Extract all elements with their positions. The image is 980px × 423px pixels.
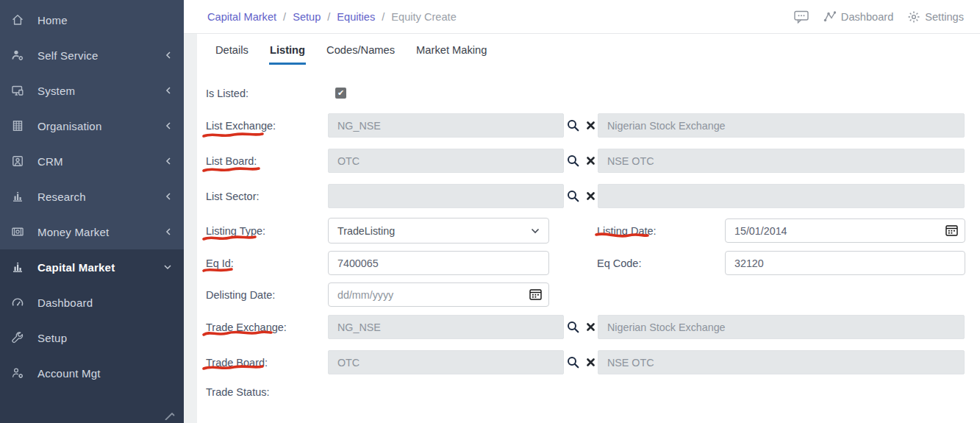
- listing-type-label: Listing Type:: [206, 225, 328, 237]
- dashboard-action-label: Dashboard: [841, 11, 893, 23]
- sidebar-item-money-market[interactable]: Money Market: [0, 214, 184, 249]
- chevron-left-icon: [165, 157, 172, 166]
- top-bar: Capital Market / Setup / Equities / Equi…: [184, 0, 980, 34]
- sidebar-item-label: Capital Market: [37, 261, 115, 274]
- search-icon[interactable]: [567, 119, 579, 132]
- search-icon[interactable]: [567, 321, 579, 333]
- main-area: Capital Market / Setup / Equities / Equi…: [184, 0, 980, 423]
- tab-market-making[interactable]: Market Making: [415, 44, 487, 65]
- breadcrumb-setup[interactable]: Setup: [293, 11, 321, 23]
- is-listed-label: Is Listed:: [206, 88, 328, 99]
- row-listing-type-date: Listing Type: TradeListing Listing Date:: [206, 218, 965, 243]
- breadcrumb-current-page: Equity Create: [391, 11, 456, 23]
- sidebar-item-home[interactable]: Home: [0, 2, 184, 38]
- clear-x-icon[interactable]: [587, 192, 595, 200]
- bar-chart-icon: [10, 189, 25, 204]
- app-window: Home Self Service System Organisat: [0, 0, 980, 423]
- is-listed-checkbox[interactable]: ✔: [335, 88, 346, 99]
- sidebar-item-label: System: [37, 85, 75, 97]
- chevron-left-icon: [165, 192, 172, 201]
- trade-exchange-code-input[interactable]: [328, 315, 564, 339]
- eq-code-label: Eq Code:: [597, 257, 725, 269]
- sidebar-item-capital-market[interactable]: Capital Market: [0, 249, 184, 285]
- row-trade-exchange: Trade Exchange:: [206, 315, 965, 339]
- sidebar-item-system[interactable]: System: [0, 73, 184, 108]
- clear-x-icon[interactable]: [587, 121, 595, 129]
- list-sector-code-input[interactable]: [328, 184, 564, 208]
- list-exchange-name-input[interactable]: [598, 113, 965, 138]
- delisting-date-label: Delisting Date:: [206, 289, 328, 301]
- sidebar-item-account-mgt[interactable]: Account Mgt: [0, 355, 184, 391]
- list-sector-name-input[interactable]: [598, 184, 965, 208]
- dashboard-button[interactable]: Dashboard: [823, 10, 893, 23]
- trade-exchange-label: Trade Exchange:: [206, 321, 328, 333]
- trade-exchange-name-input[interactable]: [598, 315, 965, 339]
- listing-type-select[interactable]: TradeListing: [328, 218, 549, 244]
- calendar-icon[interactable]: [945, 224, 958, 236]
- list-exchange-code-input[interactable]: [328, 113, 564, 138]
- sidebar-item-label: Money Market: [37, 226, 109, 238]
- banknote-icon: [10, 224, 25, 239]
- sidebar: Home Self Service System Organisat: [0, 0, 184, 423]
- settings-button[interactable]: Settings: [907, 10, 964, 24]
- gear-icon: [907, 10, 920, 24]
- breadcrumb-equities[interactable]: Equities: [337, 11, 375, 23]
- search-icon[interactable]: [567, 356, 579, 369]
- breadcrumb: Capital Market / Setup / Equities / Equi…: [207, 11, 457, 23]
- list-board-name-input[interactable]: [598, 149, 965, 173]
- tab-details[interactable]: Details: [215, 44, 249, 65]
- row-eq-id-code: Eq Id: Eq Code:: [206, 251, 965, 275]
- chevron-down-icon: [163, 263, 172, 271]
- breadcrumb-separator: /: [283, 11, 286, 23]
- eq-id-input[interactable]: [328, 251, 549, 275]
- sidebar-item-organisation[interactable]: Organisation: [0, 108, 184, 143]
- comments-button[interactable]: [794, 10, 809, 24]
- search-icon[interactable]: [567, 154, 579, 167]
- listing-date-input[interactable]: [725, 218, 965, 243]
- trade-board-name-input[interactable]: [598, 350, 965, 374]
- content-area: Details Listing Codes/Names Market Makin…: [184, 34, 980, 423]
- list-board-code-input[interactable]: [328, 149, 564, 173]
- building-icon: [10, 118, 25, 133]
- clear-x-icon[interactable]: [587, 323, 595, 331]
- trade-board-code-input[interactable]: [328, 350, 564, 374]
- sidebar-item-label: Self Service: [37, 49, 98, 62]
- listing-date-label: Listing Date:: [597, 225, 725, 237]
- eq-code-input[interactable]: [725, 251, 965, 275]
- chevron-left-icon: [165, 121, 172, 130]
- tab-listing[interactable]: Listing: [269, 44, 306, 65]
- search-icon[interactable]: [567, 190, 579, 202]
- eq-id-label: Eq Id:: [206, 257, 328, 269]
- node-graph-icon: [823, 10, 837, 23]
- clear-x-icon[interactable]: [587, 157, 595, 165]
- trade-board-label: Trade Board:: [206, 357, 328, 369]
- person-badge-icon: [10, 154, 25, 168]
- row-list-board: List Board:: [206, 149, 965, 173]
- sidebar-item-setup[interactable]: Setup: [0, 320, 184, 355]
- chevron-left-icon: [165, 227, 172, 236]
- list-exchange-label: List Exchange:: [206, 120, 328, 132]
- home-icon: [10, 13, 25, 27]
- breadcrumb-separator: /: [327, 11, 330, 23]
- sidebar-item-label: Dashboard: [37, 296, 93, 309]
- sidebar-item-label: Account Mgt: [37, 367, 101, 380]
- sidebar-item-label: Home: [37, 14, 68, 26]
- row-trade-status: Trade Status:: [206, 380, 328, 404]
- delisting-date-input[interactable]: [328, 282, 549, 307]
- tab-codes-names[interactable]: Codes/Names: [326, 44, 396, 65]
- tab-bar: Details Listing Codes/Names Market Makin…: [215, 44, 487, 65]
- comment-icon: [794, 10, 809, 24]
- capital-market-group: Capital Market Dashboard Setup: [0, 249, 184, 423]
- sidebar-item-label: Research: [37, 191, 86, 203]
- calendar-icon[interactable]: [529, 288, 542, 300]
- sidebar-collapse-icon[interactable]: [163, 410, 175, 423]
- sidebar-item-research[interactable]: Research: [0, 179, 184, 214]
- sidebar-item-self-service[interactable]: Self Service: [0, 38, 184, 73]
- sidebar-item-label: CRM: [37, 155, 63, 168]
- sidebar-item-label: Organisation: [37, 120, 101, 132]
- chevron-left-icon: [165, 51, 172, 60]
- clear-x-icon[interactable]: [587, 358, 595, 366]
- sidebar-item-crm[interactable]: CRM: [0, 143, 184, 179]
- sidebar-item-dashboard[interactable]: Dashboard: [0, 285, 184, 320]
- breadcrumb-capital-market[interactable]: Capital Market: [207, 11, 276, 23]
